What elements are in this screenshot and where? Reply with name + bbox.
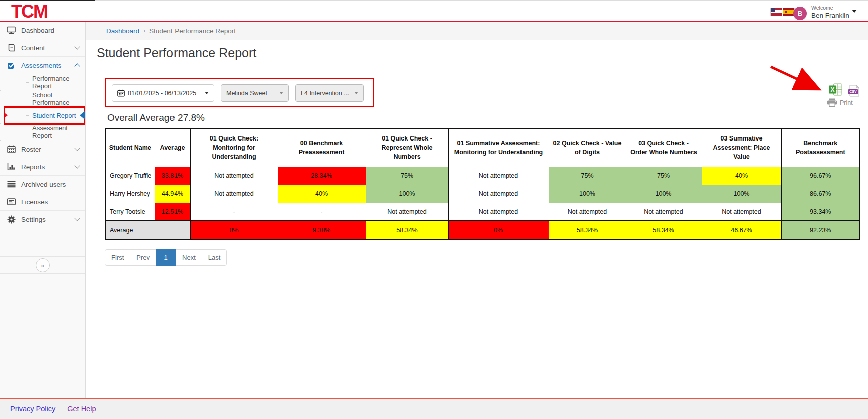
breadcrumb-current: Student Performance Report (149, 27, 236, 35)
tcm-logo[interactable]: TCM (11, 0, 47, 22)
sidebar-item-label: Content (21, 44, 45, 52)
page-title: Student Performance Report (97, 46, 256, 60)
student-name-cell: Gregory Truffle (105, 167, 155, 185)
sidebar-item-archived-users[interactable]: Archived users (0, 176, 85, 193)
export-tools: X CSV Print (825, 82, 865, 107)
sidebar-item-dashboard[interactable]: Dashboard (0, 22, 85, 39)
class-select[interactable]: L4 Intervention ... (295, 84, 364, 102)
checkbox-icon (7, 61, 16, 69)
breadcrumb-dashboard-link[interactable]: Dashboard (106, 27, 139, 35)
average-score-cell: 92.23% (781, 221, 860, 240)
average-row: Average0%9.38%58.34%0%58.34%58.34%46.67%… (105, 221, 860, 240)
page-button-prev[interactable]: Prev (130, 249, 156, 266)
chevron-down-icon (74, 44, 80, 49)
sidebar-item-reports[interactable]: Reports (0, 158, 85, 176)
average-score-cell: 46.67% (702, 221, 781, 240)
score-cell: 75% (366, 167, 448, 185)
student-name-cell: Terry Tootsie (105, 203, 155, 221)
sidebar-collapse-button[interactable]: « (36, 258, 50, 272)
page-button-last[interactable]: Last (202, 249, 227, 266)
average-score-cell: 58.34% (626, 221, 702, 240)
column-header: Benchmark Postassessment (781, 128, 860, 167)
table-header-row: Student NameAverage01 Quick Check: Monit… (105, 128, 860, 167)
privacy-policy-link[interactable]: Privacy Policy (10, 405, 55, 413)
sidebar-item-roster[interactable]: Roster (0, 141, 85, 158)
sidebar-subitem-label: Student Report (32, 112, 76, 119)
pagination: FirstPrev1NextLast (105, 249, 227, 266)
class-select-value: L4 Intervention ... (301, 90, 350, 97)
gear-icon (7, 215, 16, 224)
sidebar-item-label: Roster (21, 146, 41, 153)
average-label-cell: Average (105, 221, 190, 240)
chevron-down-icon (74, 145, 80, 151)
student-name-cell: Harry Hershey (105, 185, 155, 203)
user-menu-caret-icon[interactable] (852, 10, 857, 13)
score-cell: 100% (702, 185, 781, 203)
top-header: TCM B Welcome Ben Franklin (0, 0, 868, 22)
annotation-arrow (763, 61, 833, 98)
score-cell: 100% (626, 185, 702, 203)
print-label: Print (840, 99, 853, 106)
sidebar-item-content[interactable]: Content (0, 39, 85, 57)
sidebar-item-label: Licenses (21, 198, 48, 206)
score-cell: Not attempted (626, 203, 702, 221)
sidebar-subitem-label: Assessment Report (32, 124, 85, 139)
sidebar-item-assessments[interactable]: Assessments (0, 57, 85, 74)
get-help-link[interactable]: Get Help (67, 405, 96, 413)
sidebar-item-label: Reports (21, 163, 45, 171)
spain-flag-icon[interactable] (783, 8, 794, 16)
score-cell: - (190, 203, 278, 221)
chevron-down-icon (74, 163, 80, 168)
list-icon (7, 181, 16, 188)
teacher-select[interactable]: Melinda Sweet (221, 84, 289, 102)
caret-down-icon (279, 92, 283, 94)
window-edge-line (95, 0, 868, 1)
score-cell: Not attempted (190, 167, 278, 185)
score-cell: 28.34% (278, 167, 366, 185)
column-header: 03 Quick Check - Order Whole Numbers (626, 128, 702, 167)
sidebar-item-label: Archived users (21, 181, 66, 188)
sidebar-item-performance-report[interactable]: Performance Report (0, 74, 85, 91)
score-cell: 12.51% (155, 203, 190, 221)
score-cell: Not attempted (448, 167, 549, 185)
score-cell: 93.34% (781, 203, 860, 221)
avatar[interactable]: B (793, 7, 807, 20)
sidebar: Dashboard Content Assessments Performanc… (0, 22, 86, 398)
page-button-next[interactable]: Next (176, 249, 202, 266)
book-icon (7, 44, 16, 52)
page-button-1[interactable]: 1 (156, 249, 176, 266)
score-cell: Not attempted (190, 185, 278, 203)
score-cell: 75% (626, 167, 702, 185)
column-header: Average (155, 128, 190, 167)
page-button-first[interactable]: First (105, 249, 130, 266)
score-cell: 33.81% (155, 167, 190, 185)
us-flag-icon[interactable] (771, 8, 782, 16)
sidebar-item-licenses[interactable]: Licenses (0, 193, 85, 211)
caret-down-icon (205, 92, 209, 94)
score-cell: - (278, 203, 366, 221)
print-button[interactable]: Print (827, 98, 853, 107)
score-cell: Not attempted (448, 185, 549, 203)
sidebar-item-school-performance[interactable]: School Performance (0, 91, 85, 107)
app-root: TCM B Welcome Ben Franklin Dashboard Con… (0, 0, 868, 419)
score-cell: 86.67% (781, 185, 860, 203)
sidebar-item-student-report[interactable]: Student Report (0, 107, 85, 124)
average-score-cell: 9.38% (278, 221, 366, 240)
date-range-picker[interactable]: 01/01/2025 - 06/13/2025 (112, 84, 214, 102)
license-card-icon (7, 198, 16, 205)
sidebar-item-assessment-report[interactable]: Assessment Report (0, 124, 85, 141)
score-cell: 100% (366, 185, 448, 203)
user-name: Ben Franklin (811, 12, 849, 19)
divider (96, 74, 859, 74)
excel-export-icon[interactable]: X (829, 83, 842, 98)
csv-export-icon[interactable]: CSV (848, 85, 860, 99)
caret-down-icon (354, 92, 358, 94)
sidebar-subitem-label: Performance Report (32, 75, 85, 90)
sidebar-item-settings[interactable]: Settings (0, 211, 85, 228)
language-switcher (771, 8, 794, 16)
user-menu[interactable]: Welcome Ben Franklin (811, 5, 849, 19)
chevron-up-icon (74, 63, 80, 69)
sidebar-subitem-label: School Performance (32, 91, 85, 106)
average-score-cell: 0% (190, 221, 278, 240)
score-cell: Not attempted (702, 203, 781, 221)
